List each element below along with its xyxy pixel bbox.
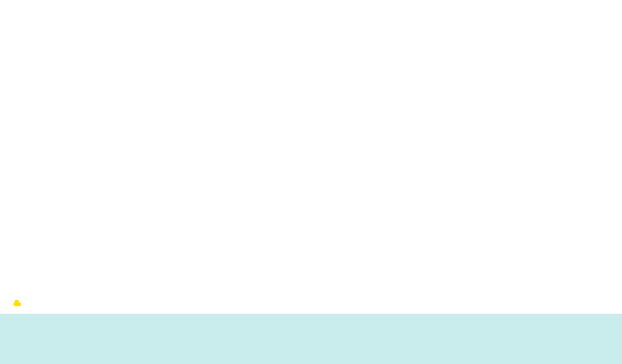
statistics-table [0, 314, 622, 364]
sun-cloud-icon [13, 302, 21, 306]
weather-chart-canvas [0, 0, 622, 364]
weather-station-window [0, 0, 622, 364]
daylight-duration [11, 300, 21, 306]
